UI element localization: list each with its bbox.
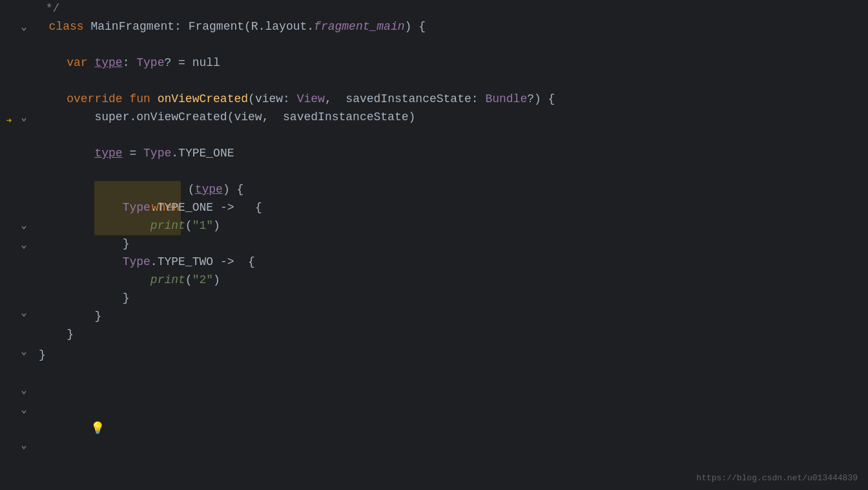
type-one-branch: Type bbox=[123, 199, 150, 217]
colon-2: : bbox=[123, 54, 137, 72]
question: ? = null bbox=[164, 54, 220, 72]
brace-close-2: } bbox=[123, 290, 130, 308]
fold-icon-type2[interactable] bbox=[19, 310, 28, 319]
code-line-4: ···· override fun onViewCreated (view: V… bbox=[39, 91, 868, 109]
assign-op: = bbox=[123, 145, 143, 163]
arrow2: -> { bbox=[213, 253, 255, 272]
code-line-14: ········ } bbox=[39, 308, 868, 326]
editor: ➜ */ c bbox=[0, 0, 868, 490]
kw-class: class bbox=[49, 18, 91, 36]
fold-icon-close4[interactable] bbox=[19, 443, 28, 452]
code-line-5: ········ super.onViewCreated(view, saved… bbox=[39, 109, 868, 127]
fold-icon-close3[interactable] bbox=[19, 407, 28, 416]
current-line-arrow: ➜ bbox=[3, 115, 16, 128]
code-line-1: */ bbox=[39, 0, 868, 18]
str-2: "2" bbox=[192, 272, 213, 290]
code-area: */ class MainFragment : Fragment(R.layou… bbox=[34, 0, 868, 490]
when-open: ( bbox=[181, 181, 195, 199]
kw-fun: fun bbox=[129, 91, 157, 109]
comma1: , savedInstanceState: bbox=[325, 91, 485, 109]
brace-close-when: } bbox=[94, 308, 101, 326]
type-one-val: TYPE_ONE bbox=[178, 145, 234, 163]
fn-params: (view: bbox=[248, 91, 297, 109]
type-name: Type bbox=[136, 54, 164, 72]
code-line-12: ················ print ( "2" ) bbox=[39, 272, 868, 290]
kw-override: override bbox=[67, 91, 129, 109]
code-line-15: ···· } bbox=[39, 326, 868, 344]
colon-1: : bbox=[174, 18, 189, 36]
code-line-9: ················ print ( "1" ) bbox=[39, 217, 868, 235]
code-line-11: ············ Type . TYPE_TWO -> { bbox=[39, 253, 868, 272]
print-open-2: ( bbox=[185, 272, 192, 290]
gutter: ➜ bbox=[0, 0, 34, 490]
fold-icon-when[interactable] bbox=[19, 223, 28, 232]
brace-close-class: } bbox=[39, 346, 46, 365]
class-name: MainFragment bbox=[90, 18, 174, 36]
fn-name: onViewCreated bbox=[158, 91, 248, 109]
print-open: ( bbox=[185, 217, 192, 235]
type-ref-2: Type bbox=[143, 145, 171, 163]
fragment-ref: Fragment(R.layout. bbox=[189, 18, 314, 36]
str-1: "1" bbox=[192, 217, 213, 235]
url-bar: https://blog.csdn.net/u013444839 bbox=[696, 472, 858, 485]
brace-close-1: } bbox=[123, 235, 130, 253]
dot2: . bbox=[150, 199, 158, 217]
fn-end: ?) { bbox=[527, 91, 555, 109]
type-two-name: TYPE_TWO bbox=[158, 253, 213, 272]
close-paren: ) { bbox=[405, 18, 426, 36]
print-close-2: ) bbox=[213, 272, 220, 290]
fold-icon-class[interactable] bbox=[19, 25, 28, 34]
fragment-main: fragment_main bbox=[314, 18, 404, 36]
comment-close: */ bbox=[39, 0, 59, 18]
param-bundle: Bundle bbox=[485, 91, 527, 109]
indent-1 bbox=[39, 19, 49, 36]
dot3: . bbox=[150, 253, 158, 272]
fold-icon-close1[interactable] bbox=[19, 349, 28, 358]
when-close: ) { bbox=[223, 181, 243, 199]
param-view-type: View bbox=[297, 91, 325, 109]
super-call: super.onViewCreated(view, savedInstanceS… bbox=[94, 109, 415, 127]
code-line-8: ············ Type . TYPE_ONE -> { bbox=[39, 199, 868, 217]
fold-icon-close2[interactable] bbox=[19, 388, 28, 397]
code-line-3: ···· var type : Type ? = null bbox=[39, 54, 868, 72]
kw-var: var bbox=[67, 54, 94, 72]
code-line-6: ········ type = Type . TYPE_ONE bbox=[39, 145, 868, 163]
dot1: . bbox=[171, 145, 178, 163]
var-type: type bbox=[94, 54, 122, 72]
type-two-branch: Type bbox=[123, 253, 150, 272]
type-one-name: TYPE_ONE bbox=[158, 199, 213, 217]
fold-icon-type1[interactable] bbox=[19, 242, 28, 251]
when-cond: type bbox=[195, 181, 223, 199]
code-line-2: class MainFragment : Fragment(R.layout. … bbox=[39, 18, 868, 36]
code-line-13: ············ } bbox=[39, 290, 868, 308]
print-close: ) bbox=[213, 217, 220, 235]
lightbulb-icon[interactable]: 💡 bbox=[90, 420, 105, 438]
code-line-16: } bbox=[39, 346, 868, 365]
code-line-10: ············ } bbox=[39, 235, 868, 253]
arrow1: -> { bbox=[213, 199, 262, 217]
type-assign-lhs: type bbox=[94, 145, 122, 163]
code-line-7: ········ when ( type ) { bbox=[39, 181, 868, 199]
fold-icon-onview[interactable] bbox=[19, 115, 28, 124]
code-line-empty4 bbox=[39, 163, 868, 181]
code-line-empty3 bbox=[39, 127, 868, 145]
print-1: print bbox=[150, 217, 185, 235]
print-2: print bbox=[150, 272, 185, 290]
brace-close-fun: } bbox=[67, 326, 74, 344]
code-line-empty1 bbox=[39, 36, 868, 54]
code-line-empty2 bbox=[39, 72, 868, 91]
